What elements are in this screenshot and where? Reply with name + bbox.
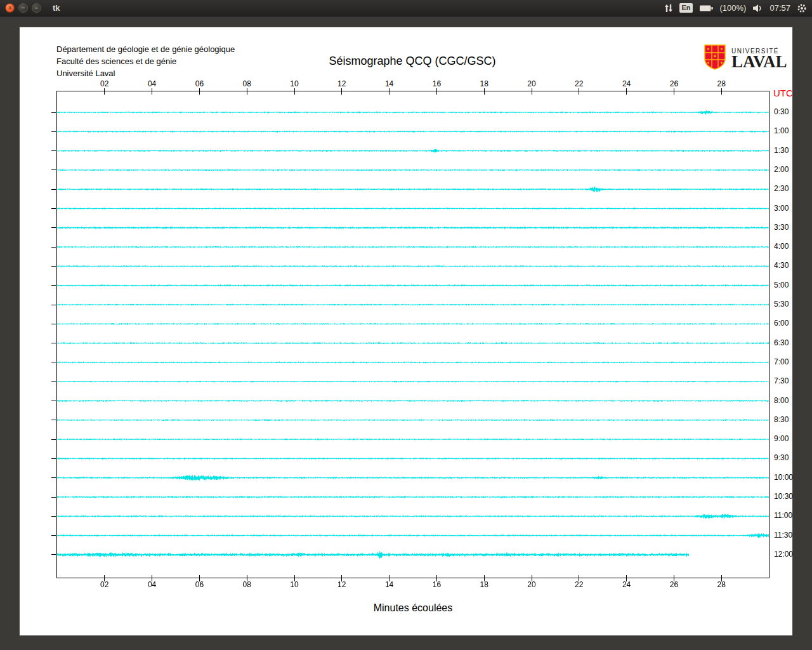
utc-time-label: 9:00 bbox=[774, 434, 789, 443]
x-tick-label-top: 16 bbox=[428, 79, 445, 88]
utc-time-label: 8:00 bbox=[774, 396, 789, 405]
x-tick-label-top: 22 bbox=[570, 79, 588, 88]
utc-time-label: 6:00 bbox=[774, 319, 789, 328]
utc-time-label: 4:00 bbox=[774, 242, 789, 251]
x-tick-label-bottom: 18 bbox=[475, 580, 493, 589]
utc-time-label: 2:30 bbox=[774, 184, 789, 193]
utc-time-label: 7:30 bbox=[774, 376, 789, 385]
utc-time-label: 8:30 bbox=[774, 415, 789, 424]
utc-time-label: 5:00 bbox=[774, 281, 789, 289]
window-title: tk bbox=[53, 3, 60, 13]
x-tick-label-top: 26 bbox=[665, 79, 683, 88]
utc-time-label: 5:30 bbox=[774, 300, 789, 308]
trace-start-tick bbox=[51, 112, 56, 113]
x-tick-label-top: 02 bbox=[96, 79, 114, 88]
trace-start-tick bbox=[51, 208, 56, 209]
trace-start-tick bbox=[51, 458, 56, 459]
trace-start-tick bbox=[51, 150, 56, 151]
x-tick-top bbox=[579, 88, 579, 95]
utc-time-label: 11:30 bbox=[774, 531, 792, 540]
x-tick-top bbox=[199, 88, 200, 95]
x-tick-top bbox=[389, 88, 390, 95]
laval-shield-icon bbox=[704, 44, 726, 72]
window-maximize-button[interactable]: ▫ bbox=[32, 3, 41, 13]
x-tick-label-top: 20 bbox=[523, 79, 540, 88]
x-tick-label-top: 12 bbox=[333, 79, 351, 88]
battery-icon[interactable] bbox=[699, 4, 714, 12]
indicator-tray: En (100%) 07:57 bbox=[664, 3, 807, 13]
utc-time-label: 2:00 bbox=[774, 165, 789, 174]
utc-time-label: 0:30 bbox=[774, 107, 789, 116]
trace-start-tick bbox=[51, 535, 56, 536]
institution-line: Université Laval bbox=[56, 67, 235, 79]
x-axis-title: Minutes écoulées bbox=[57, 602, 769, 614]
x-tick-top bbox=[341, 88, 342, 95]
utc-time-label: 3:00 bbox=[774, 204, 789, 213]
sync-arrows-icon[interactable] bbox=[664, 4, 673, 13]
trace-start-tick bbox=[51, 131, 56, 132]
x-tick-top bbox=[532, 88, 532, 95]
x-tick-label-bottom: 26 bbox=[665, 580, 683, 589]
x-tick-label-top: 14 bbox=[381, 79, 398, 88]
x-tick-label-bottom: 04 bbox=[143, 580, 161, 589]
app-window: Département de géologie et de génie géol… bbox=[19, 27, 793, 636]
trace-start-tick bbox=[51, 247, 56, 248]
trace-start-tick bbox=[51, 516, 56, 517]
utc-time-label: 10:30 bbox=[774, 492, 793, 501]
trace-start-tick bbox=[51, 362, 56, 362]
trace-start-tick bbox=[51, 401, 56, 401]
trace-start-tick bbox=[51, 266, 56, 267]
x-tick-label-bottom: 08 bbox=[238, 580, 256, 589]
x-tick-label-top: 10 bbox=[285, 79, 303, 88]
laval-logo: UNIVERSITÉ LAVAL bbox=[704, 44, 787, 72]
utc-time-label: 1:00 bbox=[774, 126, 789, 135]
utc-time-label: 1:30 bbox=[774, 146, 789, 155]
trace-start-tick bbox=[51, 169, 56, 170]
x-tick-top bbox=[721, 88, 722, 95]
trace-start-tick bbox=[51, 285, 56, 286]
window-minimize-button[interactable]: − bbox=[18, 3, 28, 13]
institution-line: Département de géologie et de génie géol… bbox=[56, 43, 235, 55]
x-tick-label-top: 08 bbox=[238, 79, 256, 88]
x-tick-label-top: 18 bbox=[475, 79, 493, 88]
clock[interactable]: 07:57 bbox=[769, 3, 790, 13]
x-tick-label-bottom: 22 bbox=[570, 580, 588, 589]
utc-time-label: 3:30 bbox=[774, 223, 789, 232]
window-controls: × − ▫ bbox=[5, 3, 41, 13]
utc-time-label: 11:00 bbox=[774, 511, 792, 520]
trace-start-tick bbox=[51, 497, 56, 498]
trace-start-tick bbox=[51, 227, 56, 228]
trace-start-tick bbox=[51, 420, 56, 420]
x-tick-label-bottom: 14 bbox=[381, 580, 398, 589]
x-tick-label-top: 06 bbox=[190, 79, 208, 88]
session-gear-icon[interactable] bbox=[797, 3, 807, 13]
x-tick-top bbox=[247, 88, 247, 95]
trace-start-tick bbox=[51, 343, 56, 343]
x-tick-label-bottom: 20 bbox=[523, 580, 540, 589]
x-tick-label-bottom: 10 bbox=[285, 580, 303, 589]
battery-percent-label: (100%) bbox=[720, 3, 747, 13]
x-tick-label-top: 28 bbox=[712, 79, 730, 88]
keyboard-layout-indicator[interactable]: En bbox=[679, 3, 692, 13]
plot-area: UTC Minutes écoulées 0202040406060808101… bbox=[56, 91, 769, 578]
x-tick-top bbox=[104, 88, 105, 95]
x-tick-top bbox=[294, 88, 295, 95]
utc-label: UTC bbox=[773, 88, 793, 98]
x-tick-label-bottom: 16 bbox=[428, 580, 445, 589]
x-tick-top bbox=[436, 88, 437, 95]
utc-time-label: 10:00 bbox=[774, 473, 793, 482]
x-tick-label-bottom: 28 bbox=[712, 580, 730, 589]
volume-icon[interactable] bbox=[752, 4, 763, 13]
utc-time-label: 4:30 bbox=[774, 261, 789, 270]
x-tick-label-top: 24 bbox=[618, 79, 636, 88]
utc-time-label: 6:30 bbox=[774, 338, 789, 347]
x-tick-top bbox=[626, 88, 627, 95]
utc-time-label: 9:30 bbox=[774, 453, 789, 462]
x-tick-label-bottom: 02 bbox=[96, 580, 114, 589]
x-tick-label-bottom: 06 bbox=[190, 580, 208, 589]
x-tick-label-top: 04 bbox=[143, 79, 161, 88]
trace-start-tick bbox=[51, 305, 56, 305]
trace-start-tick bbox=[51, 477, 56, 478]
window-close-button[interactable]: × bbox=[5, 3, 15, 13]
x-tick-label-bottom: 12 bbox=[333, 580, 351, 589]
